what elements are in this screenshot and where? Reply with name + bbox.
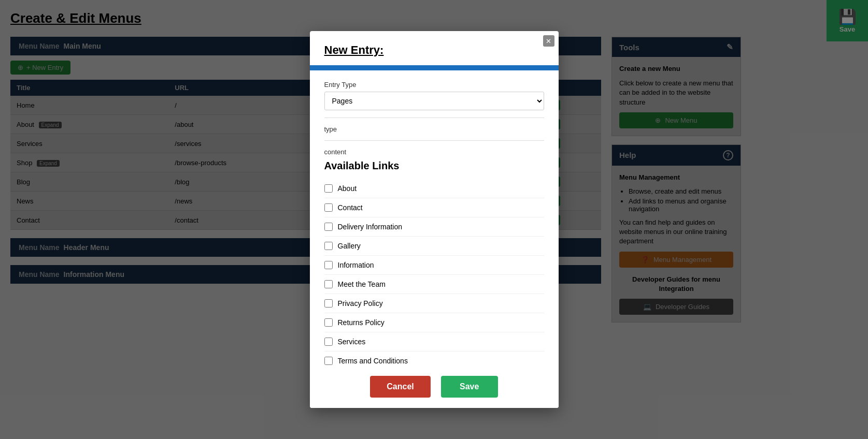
modal-blue-bar <box>310 65 559 70</box>
link-checkbox-privacy[interactable] <box>324 299 333 308</box>
list-item: Terms and Conditions <box>324 352 544 365</box>
link-checkbox-meet-team[interactable] <box>324 280 333 288</box>
link-checkbox-terms[interactable] <box>324 357 333 365</box>
list-item: Delivery Information <box>324 217 544 237</box>
list-item: Gallery <box>324 237 544 256</box>
entry-type-field: Entry Type Pages URL Category <box>324 81 544 110</box>
link-checkbox-about[interactable] <box>324 184 333 193</box>
list-item: Returns Policy <box>324 313 544 332</box>
modal-title: New Entry: <box>324 43 544 57</box>
link-checkbox-delivery[interactable] <box>324 223 333 231</box>
link-checkbox-contact[interactable] <box>324 203 333 212</box>
link-checkbox-gallery[interactable] <box>324 242 333 250</box>
type-label: type <box>324 125 544 133</box>
modal-divider-2 <box>324 140 544 141</box>
links-list: About Contact Delivery Information Galle… <box>324 179 544 365</box>
modal-body: New Entry: Entry Type Pages URL Category… <box>310 31 559 365</box>
cancel-button[interactable]: Cancel <box>370 376 430 398</box>
modal-footer: Cancel Save <box>310 365 559 408</box>
modal-overlay: ✕ New Entry: Entry Type Pages URL Catego… <box>0 0 868 439</box>
link-checkbox-information[interactable] <box>324 261 333 269</box>
new-entry-modal: ✕ New Entry: Entry Type Pages URL Catego… <box>310 31 559 408</box>
list-item: Information <box>324 256 544 275</box>
available-links-title: Available Links <box>324 160 544 172</box>
list-item: Meet the Team <box>324 275 544 294</box>
list-item: Contact <box>324 198 544 217</box>
list-item: About <box>324 179 544 198</box>
modal-divider-1 <box>324 118 544 118</box>
list-item: Services <box>324 332 544 352</box>
link-checkbox-services[interactable] <box>324 338 333 346</box>
list-item: Privacy Policy <box>324 294 544 313</box>
link-checkbox-returns[interactable] <box>324 318 333 327</box>
content-label: content <box>324 148 544 156</box>
entry-type-label: Entry Type <box>324 81 544 89</box>
entry-type-select[interactable]: Pages URL Category <box>324 92 544 110</box>
save-button[interactable]: Save <box>441 376 498 398</box>
modal-close-button[interactable]: ✕ <box>543 35 554 47</box>
